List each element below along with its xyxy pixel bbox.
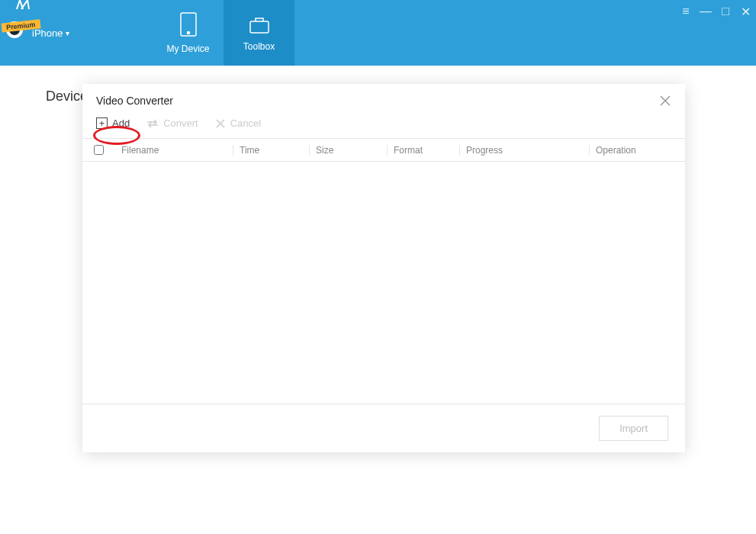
col-progress[interactable]: Progress — [459, 145, 589, 156]
select-all-checkbox[interactable] — [94, 145, 104, 155]
import-button[interactable]: Import — [599, 416, 668, 441]
svg-rect-2 — [250, 21, 269, 33]
tab-my-device[interactable]: My Device — [153, 0, 224, 66]
dialog-close-icon[interactable] — [659, 95, 671, 107]
close-icon[interactable]: ✕ — [739, 5, 751, 19]
table-header: Filename Time Size Format Progress Opera… — [82, 139, 685, 162]
app-header: Premium iPhone My Device Toolbox ≡ — □ ✕ — [0, 0, 756, 66]
logo-ears-icon — [14, 0, 32, 11]
dialog-footer: Import — [82, 404, 685, 452]
add-label: Add — [112, 117, 130, 129]
col-time[interactable]: Time — [233, 145, 309, 156]
cancel-button[interactable]: Cancel — [215, 117, 261, 129]
add-button[interactable]: + Add — [96, 117, 130, 129]
maximize-icon[interactable]: □ — [719, 5, 732, 19]
tab-label: Toolbox — [243, 41, 275, 52]
tablet-icon — [178, 11, 199, 37]
menu-icon[interactable]: ≡ — [680, 5, 692, 19]
convert-label: Convert — [163, 117, 198, 129]
nav-tabs: My Device Toolbox — [153, 0, 294, 66]
logo-section: Premium iPhone — [0, 0, 99, 66]
tab-label: My Device — [166, 43, 209, 54]
cancel-label: Cancel — [230, 117, 261, 129]
dialog-title: Video Converter — [96, 95, 173, 107]
window-controls: ≡ — □ ✕ — [680, 5, 751, 19]
svg-point-1 — [187, 32, 189, 34]
convert-icon — [146, 118, 159, 129]
tab-toolbox[interactable]: Toolbox — [224, 0, 294, 66]
col-format[interactable]: Format — [387, 145, 459, 156]
minimize-icon[interactable]: — — [700, 5, 712, 19]
select-all-cell — [82, 145, 114, 155]
dialog-toolbar: + Add Convert Cancel — [82, 114, 685, 139]
col-operation[interactable]: Operation — [589, 145, 670, 156]
device-dropdown[interactable]: iPhone — [32, 27, 69, 39]
cancel-icon — [215, 118, 226, 129]
col-filename[interactable]: Filename — [114, 145, 233, 156]
col-size[interactable]: Size — [309, 145, 387, 156]
toolbox-icon — [247, 14, 272, 35]
video-converter-dialog: Video Converter + Add Convert Cancel Fil… — [82, 84, 685, 452]
convert-button[interactable]: Convert — [146, 117, 198, 129]
dialog-header: Video Converter — [82, 84, 685, 114]
table-body — [82, 162, 685, 404]
plus-icon: + — [96, 117, 108, 129]
